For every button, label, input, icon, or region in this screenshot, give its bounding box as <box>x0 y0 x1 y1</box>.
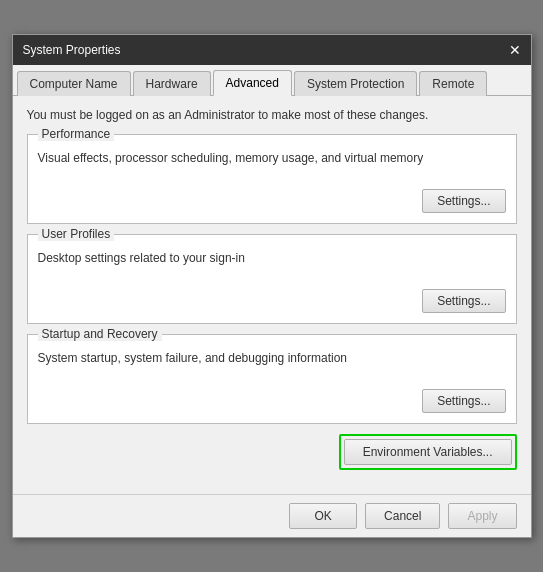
tab-hardware[interactable]: Hardware <box>133 71 211 96</box>
performance-settings-button[interactable]: Settings... <box>422 189 505 213</box>
performance-section: Performance Visual effects, processor sc… <box>27 134 517 224</box>
performance-body: Visual effects, processor scheduling, me… <box>38 151 506 181</box>
startup-recovery-title: Startup and Recovery <box>38 327 162 341</box>
environment-variables-button[interactable]: Environment Variables... <box>344 439 512 465</box>
tab-computer-name[interactable]: Computer Name <box>17 71 131 96</box>
user-profiles-title: User Profiles <box>38 227 115 241</box>
apply-button[interactable]: Apply <box>448 503 516 529</box>
main-content: You must be logged on as an Administrato… <box>13 96 531 494</box>
startup-recovery-actions: Settings... <box>38 389 506 413</box>
user-profiles-actions: Settings... <box>38 289 506 313</box>
window-title: System Properties <box>23 43 121 57</box>
bottom-bar: OK Cancel Apply <box>13 494 531 537</box>
tab-bar: Computer Name Hardware Advanced System P… <box>13 65 531 96</box>
admin-notice: You must be logged on as an Administrato… <box>27 108 517 122</box>
startup-recovery-section: Startup and Recovery System startup, sys… <box>27 334 517 424</box>
ok-button[interactable]: OK <box>289 503 357 529</box>
close-button[interactable]: ✕ <box>509 43 521 57</box>
tab-remote[interactable]: Remote <box>419 71 487 96</box>
cancel-button[interactable]: Cancel <box>365 503 440 529</box>
env-variables-highlight: Environment Variables... <box>339 434 517 470</box>
title-bar: System Properties ✕ <box>13 35 531 65</box>
tab-advanced[interactable]: Advanced <box>213 70 292 96</box>
startup-recovery-settings-button[interactable]: Settings... <box>422 389 505 413</box>
user-profiles-settings-button[interactable]: Settings... <box>422 289 505 313</box>
startup-recovery-body: System startup, system failure, and debu… <box>38 351 506 381</box>
user-profiles-section: User Profiles Desktop settings related t… <box>27 234 517 324</box>
user-profiles-body: Desktop settings related to your sign-in <box>38 251 506 281</box>
system-properties-window: System Properties ✕ Computer Name Hardwa… <box>12 34 532 538</box>
tab-system-protection[interactable]: System Protection <box>294 71 417 96</box>
env-variables-container: Environment Variables... <box>27 434 517 470</box>
performance-actions: Settings... <box>38 189 506 213</box>
performance-title: Performance <box>38 127 115 141</box>
